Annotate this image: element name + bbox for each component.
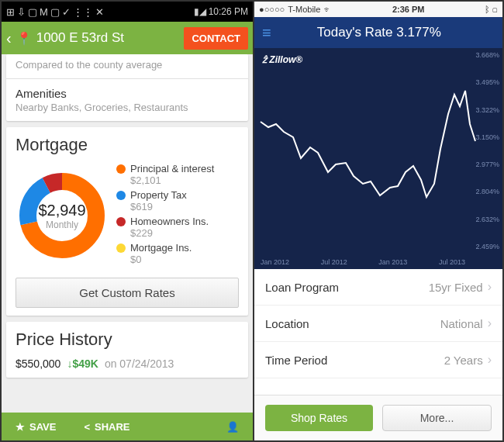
compare-text: Compared to the county average bbox=[16, 59, 239, 71]
signal-dots-icon: ●○○○○ bbox=[259, 5, 285, 14]
more-button[interactable]: More... bbox=[382, 405, 492, 431]
chevron-right-icon: › bbox=[488, 280, 492, 294]
menu-icon[interactable]: ≡ bbox=[262, 24, 271, 42]
scroll-content[interactable]: Compared to the county average Amenities… bbox=[2, 54, 253, 413]
settings-list: Loan Program 15yr Fixed› Location Nation… bbox=[254, 269, 502, 378]
mortgage-card: Mortgage $2,949 Monthly Principal & inte… bbox=[6, 127, 248, 316]
status-icon: ✓ bbox=[62, 6, 71, 18]
pin-icon: 📍 bbox=[16, 31, 32, 46]
setting-time-period[interactable]: Time Period 2 Years› bbox=[254, 342, 502, 378]
price-history-date: on 07/24/2013 bbox=[105, 357, 174, 370]
mortgage-total: $2,949 bbox=[38, 202, 85, 219]
share-icon: < bbox=[84, 421, 90, 433]
status-icon: ▢ bbox=[50, 6, 60, 18]
amenities-text: Nearby Banks, Groceries, Restaurants bbox=[16, 102, 239, 113]
price-history-title: Price History bbox=[16, 330, 239, 350]
price-history-delta: ↓$49K bbox=[67, 357, 98, 370]
wifi-icon: ᯤ bbox=[323, 5, 332, 14]
price-history-card: Price History $550,000 ↓$49K on 07/24/20… bbox=[6, 322, 248, 378]
info-card: Compared to the county average Amenities… bbox=[6, 54, 248, 121]
status-icon: M bbox=[40, 6, 48, 18]
price-history-price: $550,000 bbox=[16, 357, 60, 370]
setting-loan-program[interactable]: Loan Program 15yr Fixed› bbox=[254, 269, 502, 306]
legend-dot-icon bbox=[116, 164, 126, 174]
address-title: 1000 E 53rd St bbox=[36, 30, 180, 46]
share-button[interactable]: <SHARE bbox=[70, 421, 143, 433]
mortgage-title: Mortgage bbox=[16, 135, 239, 155]
amenities-title: Amenities bbox=[16, 87, 239, 100]
ios-phone: ●○○○○ T-Mobile ᯤ 2:36 PM ᛒ ▢ ≡ Today's R… bbox=[254, 2, 502, 440]
chart-x-axis: Jan 2012Jul 2012Jan 2013Jul 2013 bbox=[261, 258, 465, 266]
rate-chart[interactable]: ẑ Zillow® 3.668%3.495%3.322%3.150%2.977%… bbox=[254, 48, 502, 269]
chevron-right-icon: › bbox=[488, 316, 492, 330]
legend-dot-icon bbox=[116, 243, 126, 253]
rate-title: Today's Rate 3.177% bbox=[279, 25, 479, 40]
android-status-bar: ⊞ ⇩ ▢ M ▢ ✓ ⋮⋮ ✕ ▮◢ 10:26 PM bbox=[2, 2, 253, 22]
carrier-label: T-Mobile bbox=[288, 5, 320, 14]
status-icon: ⊞ bbox=[6, 6, 15, 18]
shop-rates-button[interactable]: Shop Rates bbox=[265, 405, 373, 431]
status-icon: ⇩ bbox=[17, 6, 26, 18]
star-icon: ★ bbox=[16, 421, 25, 433]
status-time: 10:26 PM bbox=[209, 6, 248, 17]
profile-button[interactable]: 👤 bbox=[212, 421, 253, 433]
battery-icon: ▢ bbox=[492, 5, 498, 14]
bottom-action-bar: ★SAVE <SHARE 👤 bbox=[2, 413, 253, 440]
signal-icon: ▮◢ bbox=[194, 6, 206, 17]
mortgage-legend: Principal & interest$2,101 Property Tax$… bbox=[116, 163, 239, 268]
status-icon: ✕ bbox=[95, 6, 104, 18]
back-icon[interactable]: ‹ bbox=[6, 29, 12, 47]
status-icon: ▢ bbox=[28, 6, 37, 18]
app-header: ≡ Today's Rate 3.177% bbox=[254, 17, 502, 48]
chart-line bbox=[254, 48, 502, 269]
chevron-right-icon: › bbox=[488, 353, 492, 367]
setting-location[interactable]: Location National› bbox=[254, 306, 502, 342]
contact-button[interactable]: CONTACT bbox=[184, 27, 248, 50]
android-phone: ⊞ ⇩ ▢ M ▢ ✓ ⋮⋮ ✕ ▮◢ 10:26 PM ‹ 📍 1000 E … bbox=[2, 2, 254, 440]
get-custom-rates-button[interactable]: Get Custom Rates bbox=[16, 278, 239, 308]
app-header: ‹ 📍 1000 E 53rd St CONTACT bbox=[2, 22, 253, 54]
bluetooth-icon: ᛒ bbox=[485, 5, 490, 14]
mortgage-period: Monthly bbox=[46, 219, 78, 230]
legend-dot-icon bbox=[116, 191, 126, 200]
bottom-toolbar: Shop Rates More... bbox=[254, 395, 502, 440]
ios-status-bar: ●○○○○ T-Mobile ᯤ 2:36 PM ᛒ ▢ bbox=[254, 2, 502, 17]
chart-y-axis: 3.668%3.495%3.322%3.150%2.977%2.804%2.63… bbox=[475, 51, 499, 250]
legend-dot-icon bbox=[116, 217, 126, 226]
status-time: 2:36 PM bbox=[392, 5, 425, 14]
save-button[interactable]: ★SAVE bbox=[2, 421, 70, 433]
mortgage-donut-chart: $2,949 Monthly bbox=[16, 169, 109, 262]
person-icon: 👤 bbox=[226, 421, 239, 433]
status-icon: ⋮⋮ bbox=[73, 6, 93, 18]
